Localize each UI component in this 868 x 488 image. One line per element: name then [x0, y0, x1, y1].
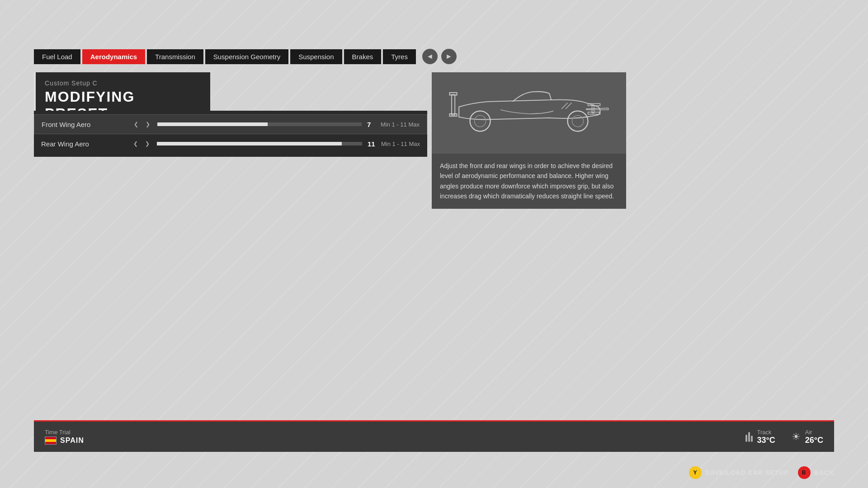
nav-tabs: Fuel Load Aerodynamics Transmission Susp…: [34, 49, 457, 64]
slider-front-wing[interactable]: [157, 122, 362, 126]
save-load-label: SAVE/LOAD CAR SETUP: [705, 469, 788, 476]
location-label: SPAIN: [60, 436, 84, 445]
car-svg: [448, 79, 610, 147]
action-bar: Y SAVE/LOAD CAR SETUP B BACK: [689, 466, 834, 479]
status-bar: Time Trial SPAIN Track 33°C: [34, 420, 834, 452]
svg-point-7: [474, 115, 486, 127]
tab-suspension[interactable]: Suspension: [290, 49, 342, 64]
track-temp-value: 33°C: [757, 436, 775, 445]
svg-rect-1: [450, 93, 457, 95]
increment-rear-wing[interactable]: ❯: [143, 140, 151, 148]
setting-name-front-wing: Front Wing Aero: [42, 121, 132, 128]
tab-aerodynamics[interactable]: Aerodynamics: [82, 49, 145, 64]
next-icon[interactable]: ►: [441, 49, 457, 64]
track-temp-label-group: Track 33°C: [757, 429, 775, 445]
status-location: SPAIN: [45, 436, 84, 445]
value-rear-wing: 11: [368, 140, 381, 148]
setting-row-rear-wing[interactable]: Rear Wing Aero ❮ ❯ 11 Min 1 - 11 Max: [34, 134, 427, 153]
air-label: Air: [805, 429, 823, 436]
slider-fill-rear-wing: [157, 142, 342, 145]
slider-rear-wing[interactable]: [157, 142, 362, 145]
tab-transmission[interactable]: Transmission: [147, 49, 203, 64]
svg-rect-0: [452, 95, 455, 115]
setup-subtitle: Custom Setup C: [45, 80, 201, 87]
main-container: Fuel Load Aerodynamics Transmission Susp…: [0, 0, 868, 488]
nav-icon-group: ◄ ►: [422, 49, 457, 64]
air-temp-item: ☀ Air 26°C: [792, 429, 823, 445]
info-description: Adjust the front and rear wings in order…: [432, 154, 626, 209]
setting-controls-rear-wing: ❮ ❯ 11: [132, 140, 381, 148]
range-front-wing: Min 1 - 11 Max: [381, 121, 420, 128]
save-load-button[interactable]: Y SAVE/LOAD CAR SETUP: [689, 466, 788, 479]
increment-front-wing[interactable]: ❯: [144, 120, 152, 128]
prev-icon[interactable]: ◄: [422, 49, 438, 64]
svg-point-8: [568, 111, 588, 131]
sun-icon: ☀: [792, 431, 801, 443]
tab-suspension-geometry[interactable]: Suspension Geometry: [205, 49, 288, 64]
b-button-circle: B: [798, 466, 811, 479]
back-label: BACK: [814, 469, 834, 476]
slider-fill-front-wing: [157, 122, 268, 126]
setting-row-front-wing[interactable]: Front Wing Aero ❮ ❯ 7 Min 1 - 11 Max: [34, 114, 427, 134]
svg-point-6: [470, 111, 491, 131]
status-left: Time Trial SPAIN: [45, 429, 84, 445]
range-rear-wing: Min 1 - 11 Max: [381, 141, 420, 147]
air-temp-label-group: Air 26°C: [805, 429, 823, 445]
back-button[interactable]: B BACK: [798, 466, 834, 479]
svg-point-9: [572, 115, 583, 127]
heat-waves-icon: [745, 432, 753, 442]
car-diagram: [432, 72, 626, 154]
spain-flag: [45, 436, 57, 445]
settings-panel: Front Wing Aero ❮ ❯ 7 Min 1 - 11 Max Rea…: [34, 111, 427, 157]
info-panel: Adjust the front and rear wings in order…: [432, 72, 626, 209]
setting-name-rear-wing: Rear Wing Aero: [41, 140, 132, 148]
tab-fuel-load[interactable]: Fuel Load: [34, 49, 80, 64]
status-right: Track 33°C ☀ Air 26°C: [745, 429, 823, 445]
tab-brakes[interactable]: Brakes: [344, 49, 382, 64]
decrement-front-wing[interactable]: ❮: [132, 120, 140, 128]
track-temp-item: Track 33°C: [745, 429, 775, 445]
decrement-rear-wing[interactable]: ❮: [132, 140, 140, 148]
setting-controls-front-wing: ❮ ❯ 7: [132, 120, 381, 128]
air-temp-value: 26°C: [805, 436, 823, 445]
y-button-circle: Y: [689, 466, 702, 479]
tab-tyres[interactable]: Tyres: [383, 49, 416, 64]
track-label: Track: [757, 429, 775, 436]
value-front-wing: 7: [367, 121, 381, 128]
status-mode: Time Trial: [45, 429, 84, 436]
